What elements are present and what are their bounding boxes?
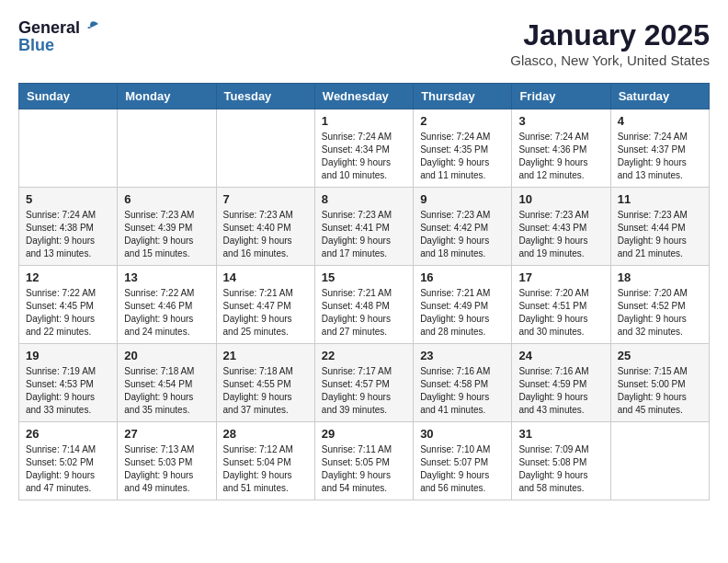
table-row: 13Sunrise: 7:22 AM Sunset: 4:46 PM Dayli… [118, 266, 216, 344]
table-row: 19Sunrise: 7:19 AM Sunset: 4:53 PM Dayli… [19, 344, 118, 422]
day-info: Sunrise: 7:21 AM Sunset: 4:49 PM Dayligh… [420, 287, 505, 339]
header-monday: Monday [118, 84, 216, 109]
day-number: 7 [223, 192, 308, 206]
header-sunday: Sunday [19, 84, 118, 109]
table-row [610, 422, 709, 500]
day-number: 21 [223, 349, 308, 362]
day-number: 11 [618, 192, 702, 206]
calendar-week-row: 19Sunrise: 7:19 AM Sunset: 4:53 PM Dayli… [19, 344, 710, 422]
day-info: Sunrise: 7:12 AM Sunset: 5:04 PM Dayligh… [223, 443, 308, 495]
day-info: Sunrise: 7:18 AM Sunset: 4:55 PM Dayligh… [223, 365, 308, 417]
day-info: Sunrise: 7:18 AM Sunset: 4:54 PM Dayligh… [124, 365, 209, 417]
day-info: Sunrise: 7:24 AM Sunset: 4:35 PM Dayligh… [420, 131, 505, 182]
day-info: Sunrise: 7:19 AM Sunset: 4:53 PM Dayligh… [26, 365, 110, 417]
day-info: Sunrise: 7:24 AM Sunset: 4:37 PM Dayligh… [618, 131, 702, 182]
day-info: Sunrise: 7:22 AM Sunset: 4:45 PM Dayligh… [26, 287, 110, 339]
day-number: 26 [26, 427, 110, 441]
day-info: Sunrise: 7:17 AM Sunset: 4:57 PM Dayligh… [322, 365, 406, 417]
table-row: 4Sunrise: 7:24 AM Sunset: 4:37 PM Daylig… [610, 109, 709, 188]
day-info: Sunrise: 7:23 AM Sunset: 4:40 PM Dayligh… [223, 209, 308, 260]
day-number: 12 [26, 270, 110, 284]
day-info: Sunrise: 7:20 AM Sunset: 4:52 PM Dayligh… [618, 287, 702, 339]
logo-general-text: General [18, 18, 80, 38]
calendar-week-row: 12Sunrise: 7:22 AM Sunset: 4:45 PM Dayli… [19, 266, 710, 344]
day-number: 16 [420, 270, 505, 284]
header-thursday: Thursday [414, 84, 512, 109]
day-number: 5 [26, 192, 110, 206]
day-info: Sunrise: 7:23 AM Sunset: 4:43 PM Dayligh… [518, 209, 603, 260]
day-number: 9 [420, 192, 505, 206]
day-number: 8 [322, 192, 406, 206]
calendar-week-row: 5Sunrise: 7:24 AM Sunset: 4:38 PM Daylig… [19, 188, 710, 266]
day-info: Sunrise: 7:24 AM Sunset: 4:34 PM Dayligh… [322, 131, 406, 182]
day-number: 17 [518, 270, 603, 284]
table-row: 22Sunrise: 7:17 AM Sunset: 4:57 PM Dayli… [314, 344, 413, 422]
day-info: Sunrise: 7:23 AM Sunset: 4:39 PM Dayligh… [124, 209, 209, 260]
day-number: 22 [322, 349, 406, 362]
day-info: Sunrise: 7:21 AM Sunset: 4:47 PM Dayligh… [223, 287, 308, 339]
table-row: 24Sunrise: 7:16 AM Sunset: 4:59 PM Dayli… [512, 344, 610, 422]
table-row [216, 109, 314, 188]
day-number: 4 [618, 114, 702, 128]
table-row [19, 109, 118, 188]
page-header: General Blue January 2025 Glasco, New Yo… [18, 18, 710, 68]
day-number: 1 [322, 114, 406, 128]
table-row [118, 109, 216, 188]
location-title: Glasco, New York, United States [510, 52, 710, 68]
header-wednesday: Wednesday [314, 84, 413, 109]
day-number: 30 [420, 427, 505, 441]
day-number: 18 [618, 270, 702, 284]
day-info: Sunrise: 7:23 AM Sunset: 4:41 PM Dayligh… [322, 209, 406, 260]
header-saturday: Saturday [610, 84, 709, 109]
day-number: 19 [26, 349, 110, 362]
logo-blue-text: Blue [18, 36, 100, 55]
day-number: 2 [420, 114, 505, 128]
day-number: 13 [124, 270, 209, 284]
day-number: 31 [518, 427, 603, 441]
logo-bird-icon [82, 20, 100, 37]
table-row: 6Sunrise: 7:23 AM Sunset: 4:39 PM Daylig… [118, 188, 216, 266]
table-row: 25Sunrise: 7:15 AM Sunset: 5:00 PM Dayli… [610, 344, 709, 422]
calendar-week-row: 26Sunrise: 7:14 AM Sunset: 5:02 PM Dayli… [19, 422, 710, 500]
table-row: 11Sunrise: 7:23 AM Sunset: 4:44 PM Dayli… [610, 188, 709, 266]
day-info: Sunrise: 7:23 AM Sunset: 4:44 PM Dayligh… [618, 209, 702, 260]
day-number: 3 [518, 114, 603, 128]
day-info: Sunrise: 7:15 AM Sunset: 5:00 PM Dayligh… [618, 365, 702, 417]
table-row: 2Sunrise: 7:24 AM Sunset: 4:35 PM Daylig… [414, 109, 512, 188]
table-row: 28Sunrise: 7:12 AM Sunset: 5:04 PM Dayli… [216, 422, 314, 500]
header-tuesday: Tuesday [216, 84, 314, 109]
table-row: 26Sunrise: 7:14 AM Sunset: 5:02 PM Dayli… [19, 422, 118, 500]
table-row: 31Sunrise: 7:09 AM Sunset: 5:08 PM Dayli… [512, 422, 610, 500]
day-info: Sunrise: 7:24 AM Sunset: 4:36 PM Dayligh… [518, 131, 603, 182]
table-row: 3Sunrise: 7:24 AM Sunset: 4:36 PM Daylig… [512, 109, 610, 188]
day-number: 15 [322, 270, 406, 284]
table-row: 12Sunrise: 7:22 AM Sunset: 4:45 PM Dayli… [19, 266, 118, 344]
calendar-week-row: 1Sunrise: 7:24 AM Sunset: 4:34 PM Daylig… [19, 109, 710, 188]
month-title: January 2025 [510, 18, 710, 52]
table-row: 15Sunrise: 7:21 AM Sunset: 4:48 PM Dayli… [314, 266, 413, 344]
day-number: 29 [322, 427, 406, 441]
day-number: 24 [518, 349, 603, 362]
table-row: 23Sunrise: 7:16 AM Sunset: 4:58 PM Dayli… [414, 344, 512, 422]
day-info: Sunrise: 7:23 AM Sunset: 4:42 PM Dayligh… [420, 209, 505, 260]
table-row: 18Sunrise: 7:20 AM Sunset: 4:52 PM Dayli… [610, 266, 709, 344]
day-number: 14 [223, 270, 308, 284]
table-row: 16Sunrise: 7:21 AM Sunset: 4:49 PM Dayli… [414, 266, 512, 344]
day-number: 20 [124, 349, 209, 362]
table-row: 17Sunrise: 7:20 AM Sunset: 4:51 PM Dayli… [512, 266, 610, 344]
table-row: 27Sunrise: 7:13 AM Sunset: 5:03 PM Dayli… [118, 422, 216, 500]
day-info: Sunrise: 7:16 AM Sunset: 4:59 PM Dayligh… [518, 365, 603, 417]
day-info: Sunrise: 7:09 AM Sunset: 5:08 PM Dayligh… [518, 443, 603, 495]
day-info: Sunrise: 7:22 AM Sunset: 4:46 PM Dayligh… [124, 287, 209, 339]
table-row: 29Sunrise: 7:11 AM Sunset: 5:05 PM Dayli… [314, 422, 413, 500]
day-number: 10 [518, 192, 603, 206]
day-info: Sunrise: 7:20 AM Sunset: 4:51 PM Dayligh… [518, 287, 603, 339]
table-row: 14Sunrise: 7:21 AM Sunset: 4:47 PM Dayli… [216, 266, 314, 344]
day-info: Sunrise: 7:14 AM Sunset: 5:02 PM Dayligh… [26, 443, 110, 495]
day-info: Sunrise: 7:24 AM Sunset: 4:38 PM Dayligh… [26, 209, 110, 260]
day-number: 27 [124, 427, 209, 441]
logo: General Blue [18, 18, 100, 55]
table-row: 10Sunrise: 7:23 AM Sunset: 4:43 PM Dayli… [512, 188, 610, 266]
table-row: 7Sunrise: 7:23 AM Sunset: 4:40 PM Daylig… [216, 188, 314, 266]
day-number: 6 [124, 192, 209, 206]
